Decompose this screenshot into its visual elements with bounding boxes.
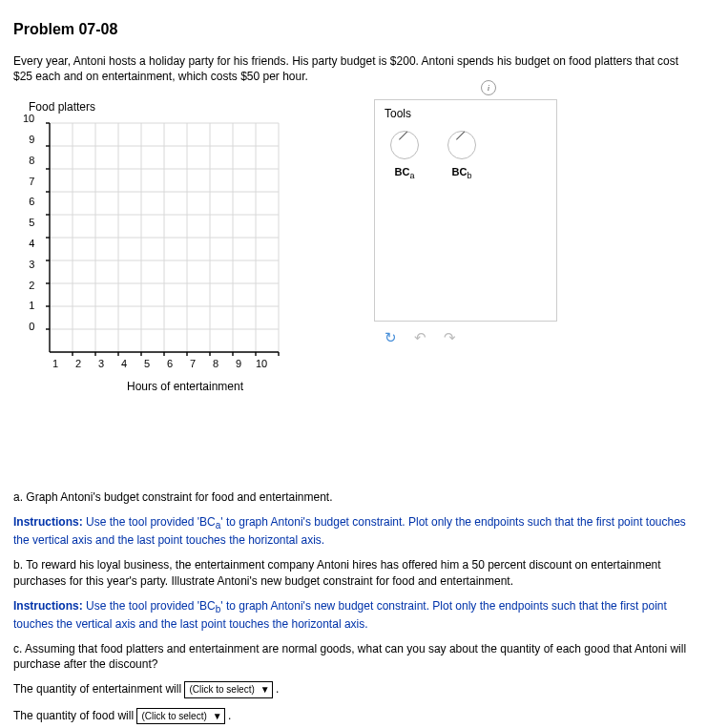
question-a: a. Graph Antoni's budget constraint for … [13, 489, 694, 505]
tool-bca-label: BCa [395, 166, 415, 177]
graph-canvas[interactable] [40, 118, 288, 357]
instructions-a: Instructions: Use the tool provided 'BCa… [13, 514, 694, 548]
select-food[interactable]: (Click to select)▼ [136, 708, 224, 725]
tool-bca[interactable]: BCa [390, 131, 419, 181]
instructions-b: Instructions: Use the tool provided 'BCb… [13, 598, 694, 632]
page-title: Problem 07-08 [13, 19, 694, 40]
x-axis-label: Hours of entertainment [23, 379, 347, 394]
tool-bcb-label: BCb [452, 166, 472, 177]
problem-intro: Every year, Antoni hosts a holiday party… [13, 53, 694, 84]
y-axis-label: Food platters [29, 99, 347, 114]
reset-icon[interactable]: ↻ [385, 328, 397, 347]
question-b: b. To reward his loyal business, the ent… [13, 557, 694, 588]
tools-panel: Tools BCa BCb ↻ ↶ ↷ [374, 99, 557, 322]
chart-area[interactable]: Food platters 109876543210 [23, 99, 347, 394]
answer-line-entertainment: The quantity of entertainment will (Clic… [13, 681, 694, 698]
undo-icon[interactable]: ↶ [414, 328, 426, 347]
line-tool-icon [390, 131, 419, 159]
info-icon[interactable]: i [481, 80, 496, 95]
select-entertainment[interactable]: (Click to select)▼ [184, 681, 272, 698]
tools-title: Tools [385, 106, 547, 121]
y-ticks: 109876543210 [23, 118, 34, 347]
tool-bcb[interactable]: BCb [447, 131, 476, 181]
x-ticks: 12345678910 [44, 357, 347, 371]
redo-icon[interactable]: ↷ [444, 328, 456, 347]
intro-text: Every year, Antoni hosts a holiday party… [13, 54, 678, 83]
question-c: c. Assuming that food platters and enter… [13, 641, 694, 672]
line-tool-icon [447, 131, 476, 159]
answer-line-food: The quantity of food will (Click to sele… [13, 708, 694, 725]
